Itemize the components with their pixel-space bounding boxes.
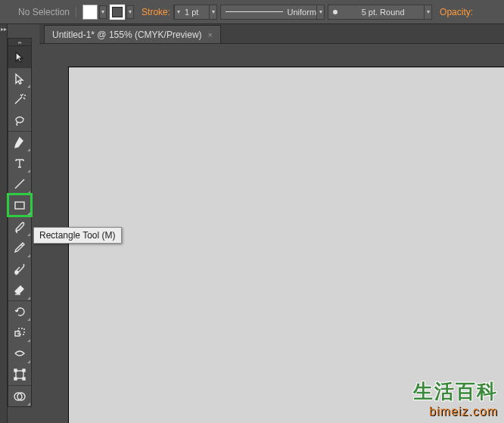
cursor-outline-icon xyxy=(13,72,26,86)
line-segment-tool[interactable] xyxy=(8,173,31,194)
blob-icon xyxy=(13,262,26,275)
brush-icon xyxy=(13,220,26,234)
stroke-weight-combo[interactable] xyxy=(173,5,217,20)
brush-preset-combo[interactable]: 5 pt. Round xyxy=(328,5,432,20)
stroke-profile-combo[interactable]: Uniform xyxy=(220,5,325,20)
fill-swatch[interactable] xyxy=(82,5,98,20)
chevron-right-icon: ▸▸ xyxy=(1,26,7,33)
left-collapse-rail[interactable]: ▸▸ xyxy=(0,24,8,423)
document-tab[interactable]: Untitled-1* @ 155% (CMYK/Preview) × xyxy=(44,25,221,43)
opacity-label: Opacity: xyxy=(435,7,473,17)
transform-icon xyxy=(13,368,26,381)
document-tab-title: Untitled-1* @ 155% (CMYK/Preview) xyxy=(52,30,202,40)
stroke-profile-line-icon xyxy=(226,11,282,12)
width-tool[interactable] xyxy=(8,343,31,364)
wand-icon xyxy=(13,92,26,106)
magic-wand-tool[interactable] xyxy=(8,89,31,110)
stroke-swatch-group xyxy=(110,5,134,20)
lasso-tool[interactable] xyxy=(8,110,31,131)
fill-swatch-group xyxy=(82,5,107,20)
pen-tool[interactable] xyxy=(8,131,31,152)
svg-rect-7 xyxy=(14,378,17,380)
direct-selection-tool[interactable] xyxy=(8,67,31,89)
selection-tool[interactable] xyxy=(8,46,31,67)
options-bar: No Selection Stroke: Uniform 5 pt. Round… xyxy=(0,0,504,24)
rotate-tool[interactable] xyxy=(8,300,31,322)
rectangle-tool[interactable] xyxy=(8,194,31,216)
lasso-icon xyxy=(13,114,26,127)
svg-rect-5 xyxy=(14,369,17,372)
toolbox xyxy=(8,38,32,407)
tool-tooltip: Rectangle Tool (M) xyxy=(33,227,122,244)
stroke-weight-dropdown[interactable] xyxy=(209,5,216,19)
rotate-icon xyxy=(13,305,26,319)
selection-status: No Selection xyxy=(5,7,76,17)
stroke-profile-dropdown[interactable] xyxy=(316,5,324,19)
pen-icon xyxy=(13,135,26,149)
brush-dot-icon xyxy=(333,10,338,14)
svg-rect-6 xyxy=(23,369,25,372)
stroke-label: Stroke: xyxy=(137,7,170,17)
cursor-icon xyxy=(13,50,26,64)
close-icon[interactable]: × xyxy=(208,30,213,39)
line-icon xyxy=(13,177,26,191)
brush-preset-dropdown[interactable] xyxy=(424,5,431,19)
eraser-icon xyxy=(13,283,26,297)
paintbrush-tool[interactable] xyxy=(8,216,31,237)
stroke-weight-stepper[interactable] xyxy=(174,5,182,19)
shape-builder-icon xyxy=(13,390,26,403)
eraser-tool[interactable] xyxy=(8,279,31,300)
pencil-icon xyxy=(13,241,26,254)
tooltip-text: Rectangle Tool (M) xyxy=(39,230,116,241)
shape-builder-tool[interactable] xyxy=(8,385,31,406)
svg-rect-8 xyxy=(23,378,25,380)
blob-brush-tool[interactable] xyxy=(8,258,31,279)
free-transform-tool[interactable] xyxy=(8,364,31,385)
type-icon xyxy=(13,156,26,170)
svg-point-1 xyxy=(15,271,18,274)
scale-tool[interactable] xyxy=(8,322,31,343)
artboard[interactable] xyxy=(68,67,504,423)
toolbox-collapse-handle[interactable] xyxy=(8,39,31,46)
fill-dropdown[interactable] xyxy=(99,5,107,19)
stroke-weight-input[interactable] xyxy=(182,8,209,17)
stroke-profile-value: Uniform xyxy=(288,8,317,17)
brush-preset-value: 5 pt. Round xyxy=(362,8,405,17)
rectangle-icon xyxy=(13,198,26,212)
document-area: Untitled-1* @ 155% (CMYK/Preview) × xyxy=(39,24,504,423)
stroke-swatch[interactable] xyxy=(110,5,125,20)
type-tool[interactable] xyxy=(8,152,31,173)
pencil-tool[interactable] xyxy=(8,237,31,258)
stroke-dropdown[interactable] xyxy=(126,5,134,19)
document-tab-bar: Untitled-1* @ 155% (CMYK/Preview) × xyxy=(39,24,504,44)
svg-rect-2 xyxy=(15,331,20,336)
svg-rect-0 xyxy=(15,202,24,209)
scale-icon xyxy=(13,325,26,339)
width-icon xyxy=(13,347,26,360)
